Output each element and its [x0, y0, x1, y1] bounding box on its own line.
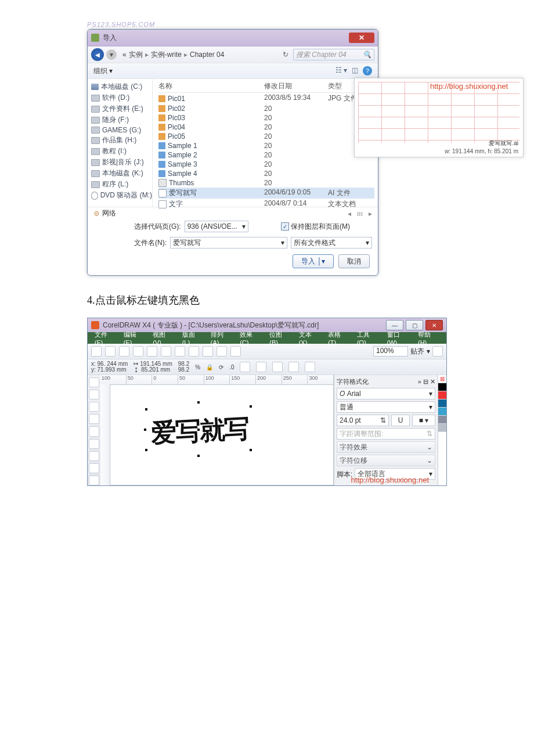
font-size-input[interactable]: 24.0 pt⇅ — [337, 415, 389, 426]
open-icon[interactable] — [105, 346, 116, 357]
network-label[interactable]: 网络 — [102, 208, 116, 218]
standard-toolbar[interactable]: 100% 贴齐 ▾ — [88, 344, 446, 359]
canvas[interactable]: 爱写就写 — [110, 384, 334, 485]
column-headers[interactable]: 名称 修改日期 类型 大 — [158, 81, 374, 93]
menu-item[interactable]: 表格(T) — [324, 330, 352, 346]
zoom-input[interactable]: 100% — [373, 346, 408, 357]
import-icon[interactable] — [217, 346, 227, 357]
ellipse-tool-icon[interactable] — [89, 463, 99, 473]
file-row[interactable]: Thumbs20 — [158, 178, 374, 188]
tree-item[interactable]: 教程 (I:) — [91, 146, 152, 157]
char-shift-section[interactable]: 字符位移⌄ — [337, 455, 435, 466]
export-icon[interactable] — [230, 346, 241, 357]
cut-icon[interactable] — [147, 346, 157, 357]
tree-item[interactable]: 程序 (L:) — [91, 179, 152, 190]
file-row[interactable]: Sample 120 — [158, 141, 374, 150]
zoom-tool-icon[interactable] — [89, 414, 99, 424]
tree-item[interactable]: 本地磁盘 (K:) — [91, 168, 152, 179]
close-button[interactable]: ✕ — [425, 320, 443, 330]
menu-item[interactable]: 版面(L) — [179, 330, 206, 346]
import-button[interactable]: 导入 │▾ — [293, 254, 334, 268]
tree-item[interactable]: DVD 驱动器 (M:) — [91, 190, 152, 201]
redo-icon[interactable] — [203, 346, 213, 357]
menu-bar[interactable]: 文件(F)编辑(E)视图(V)版面(L)排列(A)效果(C)位图(B)文本(X)… — [88, 332, 446, 344]
print-icon[interactable] — [133, 346, 143, 357]
blue-swatch[interactable] — [438, 399, 446, 408]
view-button[interactable]: ☷ ▾ — [335, 66, 347, 75]
tree-item[interactable]: 随身 (F:) — [91, 114, 152, 125]
search-input[interactable]: 搜索 Chapter 04 🔍 — [293, 49, 374, 60]
lightgray-swatch[interactable] — [438, 424, 446, 432]
menu-item[interactable]: 位图(B) — [266, 330, 294, 346]
black-swatch[interactable] — [438, 383, 446, 391]
tree-item[interactable]: 影视|音乐 (J:) — [91, 157, 152, 168]
menu-item[interactable]: 文本(X) — [295, 330, 323, 346]
new-icon[interactable] — [91, 346, 102, 357]
breadcrumb[interactable]: « 实例▸ 实例-write▸ Chapter 04 — [122, 50, 278, 60]
underline-button[interactable]: U — [391, 415, 410, 426]
no-fill-swatch[interactable]: ⊠ — [438, 375, 446, 383]
snap-label[interactable]: 贴齐 — [410, 347, 424, 357]
smartfill-tool-icon[interactable] — [89, 439, 99, 449]
crumb-b[interactable]: 实例-write — [151, 50, 182, 60]
fill-button[interactable]: ■ ▾ — [412, 415, 435, 426]
menu-item[interactable]: 效果(C) — [236, 330, 265, 346]
red-swatch[interactable] — [438, 391, 446, 399]
file-row[interactable]: Pic0420 — [158, 123, 374, 132]
shape-tool-icon[interactable] — [89, 390, 99, 399]
tree-item[interactable]: 文件资料 (E:) — [91, 103, 152, 114]
file-row[interactable]: Pic0520 — [158, 132, 374, 141]
property-bar[interactable]: x: 96. 244 mmy: 71.993 mm ↦ 191.145 mm⭥ … — [88, 359, 446, 375]
crumb-c[interactable]: Chapter 04 — [190, 51, 224, 59]
forward-button[interactable]: ▾ — [106, 49, 117, 60]
keep-layers-checkbox[interactable]: ✓ 保持图层和页面(M) — [281, 222, 350, 232]
tree-item[interactable]: 软件 (D:) — [91, 92, 152, 103]
options-icon[interactable] — [432, 346, 443, 357]
filter-select[interactable]: 所有文件格式▾ — [291, 237, 372, 249]
crop-tool-icon[interactable] — [89, 402, 99, 412]
gray-swatch[interactable] — [438, 416, 446, 424]
file-list[interactable]: 名称 修改日期 类型 大 Pic012003/8/5 19:34JPG 文件Pi… — [153, 79, 378, 207]
file-row[interactable]: Pic012003/8/5 19:34JPG 文件 — [158, 93, 374, 104]
menu-item[interactable]: 文件(F) — [91, 330, 119, 346]
canvas-area[interactable]: 10050050100150200250300 爱写就写 — [100, 375, 334, 485]
close-button[interactable]: ✕ — [349, 33, 374, 43]
menu-item[interactable]: 视图(V) — [149, 330, 177, 346]
file-row[interactable]: Pic0220 — [158, 104, 374, 113]
file-row[interactable]: Sample 420 — [158, 169, 374, 178]
font-select[interactable]: O Arial▾ — [337, 388, 435, 399]
titlebar[interactable]: 导入 ✕ — [88, 30, 378, 46]
polygon-tool-icon[interactable] — [89, 476, 99, 485]
nav-tree[interactable]: 本地磁盘 (C:)软件 (D:)文件资料 (E:)随身 (F:)GAMES (G… — [88, 79, 153, 207]
kerning-input[interactable]: 字距调整范围:⇅ — [337, 428, 435, 440]
tree-item[interactable]: 作品集 (H:) — [91, 135, 152, 146]
menu-item[interactable]: 排列(A) — [207, 330, 235, 346]
tree-item[interactable]: GAMES (G:) — [91, 125, 152, 135]
cyan-swatch[interactable] — [438, 408, 446, 416]
character-format-docker[interactable]: 字符格式化» ⊟ ✕ O Arial▾ 普通▾ 24.0 pt⇅ U ■ ▾ 字… — [334, 375, 438, 485]
font-style-select[interactable]: 普通▾ — [337, 401, 435, 413]
file-row[interactable]: 爱写就写2004/6/19 0:05AI 文件 — [158, 188, 374, 199]
crumb-a[interactable]: 实例 — [129, 50, 143, 60]
undo-icon[interactable] — [189, 346, 199, 357]
cancel-button[interactable]: 取消 — [338, 254, 370, 268]
codepage-select[interactable]: 936 (ANSI/OE...▾ — [185, 221, 248, 232]
pick-tool-icon[interactable] — [89, 377, 99, 387]
freehand-tool-icon[interactable] — [89, 426, 99, 436]
rectangle-tool-icon[interactable] — [89, 451, 99, 461]
lock-icon[interactable]: 🔒 — [206, 364, 213, 370]
back-button[interactable]: ◄ — [91, 48, 104, 61]
filename-input[interactable]: 爱写就写▾ — [170, 237, 287, 249]
menu-item[interactable]: 窗口(W) — [384, 330, 413, 346]
minimize-button[interactable]: — — [386, 320, 403, 330]
paste-icon[interactable] — [175, 346, 185, 357]
file-row[interactable]: Pic0320 — [158, 113, 374, 123]
organize-menu[interactable]: 组织 ▾ — [93, 66, 113, 76]
tree-item[interactable]: 本地磁盘 (C:) — [91, 81, 152, 92]
file-row[interactable]: Sample 320 — [158, 160, 374, 169]
color-palette[interactable]: ⊠ — [438, 375, 446, 485]
maximize-button[interactable]: ▢ — [406, 320, 423, 330]
menu-item[interactable]: 帮助(H) — [414, 330, 443, 346]
file-row[interactable]: 文字2004/8/7 0:14文本文档 — [158, 199, 374, 210]
toolbox[interactable] — [88, 375, 100, 485]
